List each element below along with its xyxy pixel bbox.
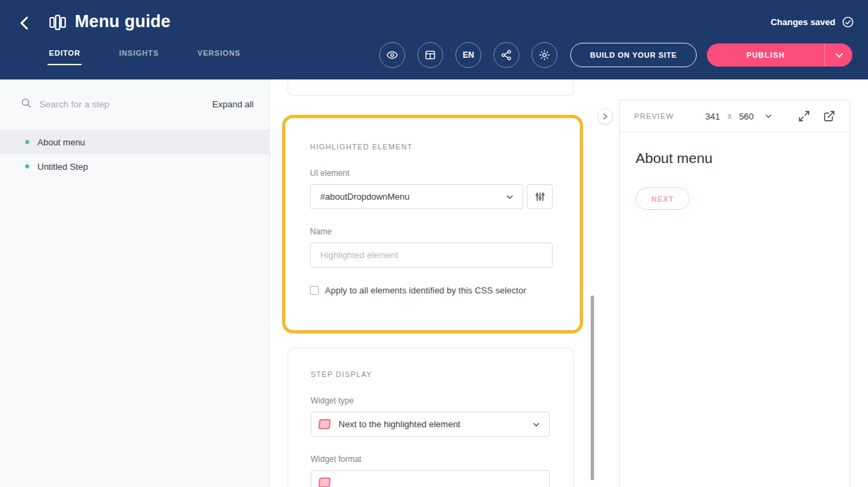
step-search-row: Expand all bbox=[0, 79, 269, 111]
widget-format-label: Widget format bbox=[311, 454, 550, 464]
settings-button[interactable] bbox=[532, 42, 557, 68]
widget-type-select[interactable]: Next to the highlighted element bbox=[311, 412, 550, 437]
publish-button-group: PUBLISH bbox=[707, 43, 852, 67]
widget-format-icon bbox=[318, 477, 331, 487]
ui-element-row: #aboutDropdownMenu bbox=[310, 184, 553, 209]
preview-fullscreen-button[interactable] bbox=[798, 110, 810, 122]
apply-all-checkbox[interactable] bbox=[310, 286, 319, 295]
layout-icon bbox=[424, 49, 436, 61]
layout-button[interactable] bbox=[417, 42, 443, 68]
preview-height-value: 560 bbox=[739, 111, 754, 122]
header-tabs: EDITOR INSIGHTS VERSIONS bbox=[48, 49, 242, 65]
share-icon bbox=[500, 49, 513, 61]
step-editor-panel: HIGHLIGHTED ELEMENT UI element #aboutDro… bbox=[271, 79, 595, 487]
selector-settings-button[interactable] bbox=[527, 184, 553, 209]
build-on-your-site-button[interactable]: BUILD ON YOUR SITE bbox=[570, 43, 697, 67]
search-icon bbox=[20, 97, 32, 111]
apply-all-label: Apply to all elements identified by this… bbox=[325, 285, 526, 295]
element-name-input[interactable] bbox=[310, 242, 553, 268]
publish-button[interactable]: PUBLISH bbox=[707, 43, 824, 67]
section-title: HIGHLIGHTED ELEMENT bbox=[310, 143, 553, 151]
chevron-right-icon bbox=[602, 113, 608, 120]
preview-width-value: 341 bbox=[705, 111, 720, 122]
eye-icon bbox=[386, 49, 398, 61]
publish-dropdown-button[interactable] bbox=[824, 43, 852, 67]
widget-type-icon bbox=[318, 419, 331, 429]
step-item-label: About menu bbox=[37, 137, 85, 147]
gear-icon bbox=[538, 49, 551, 61]
chevron-down-icon bbox=[533, 422, 540, 427]
chevron-left-icon bbox=[16, 14, 34, 32]
page-title: Menu guide bbox=[75, 12, 171, 31]
ui-element-value: #aboutDropdownMenu bbox=[320, 192, 410, 202]
widget-format-select[interactable] bbox=[311, 470, 550, 487]
preview-title: PREVIEW bbox=[634, 112, 674, 120]
highlighted-element-card: HIGHLIGHTED ELEMENT UI element #aboutDro… bbox=[282, 115, 583, 333]
sliders-icon bbox=[534, 191, 546, 202]
ui-element-label: UI element bbox=[310, 168, 553, 178]
tab-insights[interactable]: INSIGHTS bbox=[118, 49, 160, 65]
step-item-untitled-step[interactable]: Untitled Step bbox=[0, 154, 269, 179]
steps-sidebar: Expand all About menu Untitled Step bbox=[0, 79, 270, 487]
step-item-about-menu[interactable]: About menu bbox=[0, 130, 269, 154]
widget-type-label: Widget type bbox=[311, 396, 550, 405]
preview-step-title: About menu bbox=[636, 150, 834, 166]
external-link-icon bbox=[823, 110, 835, 122]
header: Menu guide Changes saved EDITOR INSIGHTS… bbox=[0, 0, 868, 79]
guide-logo-icon bbox=[48, 14, 66, 31]
preview-eye-button[interactable] bbox=[379, 42, 405, 68]
preview-header: PREVIEW 341 x 560 bbox=[620, 101, 850, 132]
expand-icon bbox=[798, 110, 810, 122]
tab-versions[interactable]: VERSIONS bbox=[196, 49, 242, 65]
step-list: About menu Untitled Step bbox=[0, 130, 269, 179]
preview-panel: PREVIEW 341 x 560 About menu NEXT bbox=[619, 100, 850, 487]
chevron-down-icon bbox=[765, 114, 771, 118]
preview-actions bbox=[798, 110, 835, 122]
step-item-label: Untitled Step bbox=[37, 162, 88, 172]
preview-body: About menu NEXT bbox=[620, 132, 850, 228]
changes-saved-status: Changes saved bbox=[771, 16, 854, 29]
step-status-dot bbox=[25, 140, 29, 144]
tab-editor[interactable]: EDITOR bbox=[48, 49, 82, 65]
step-search-input[interactable] bbox=[39, 99, 205, 109]
apply-all-row: Apply to all elements identified by this… bbox=[310, 285, 553, 295]
widget-type-value: Next to the highlighted element bbox=[338, 419, 525, 429]
ui-element-select[interactable]: #aboutDropdownMenu bbox=[310, 184, 523, 209]
expand-all-button[interactable]: Expand all bbox=[212, 99, 254, 109]
preview-next-button[interactable]: NEXT bbox=[636, 187, 690, 210]
step-display-card: STEP DISPLAY Widget type Next to the hig… bbox=[288, 348, 574, 487]
name-label: Name bbox=[310, 227, 553, 236]
back-button[interactable] bbox=[16, 14, 34, 32]
changes-saved-label: Changes saved bbox=[771, 17, 835, 27]
language-button[interactable]: EN bbox=[455, 42, 481, 68]
preview-size-dropdown[interactable]: 341 x 560 bbox=[705, 111, 771, 122]
collapse-preview-button[interactable] bbox=[597, 109, 613, 124]
app: Menu guide Changes saved EDITOR INSIGHTS… bbox=[0, 0, 868, 487]
section-title: STEP DISPLAY bbox=[311, 370, 550, 378]
editor-scrollbar-thumb[interactable] bbox=[591, 295, 594, 480]
check-circle-icon bbox=[841, 16, 854, 29]
previous-settings-card-partial bbox=[288, 79, 574, 96]
share-button[interactable] bbox=[493, 42, 519, 68]
chevron-down-icon bbox=[835, 53, 843, 58]
preview-open-external-button[interactable] bbox=[823, 110, 835, 122]
preview-size-separator: x bbox=[727, 111, 731, 121]
chevron-down-icon bbox=[506, 195, 513, 199]
header-icon-buttons: EN bbox=[379, 42, 557, 68]
step-status-dot bbox=[25, 164, 29, 168]
